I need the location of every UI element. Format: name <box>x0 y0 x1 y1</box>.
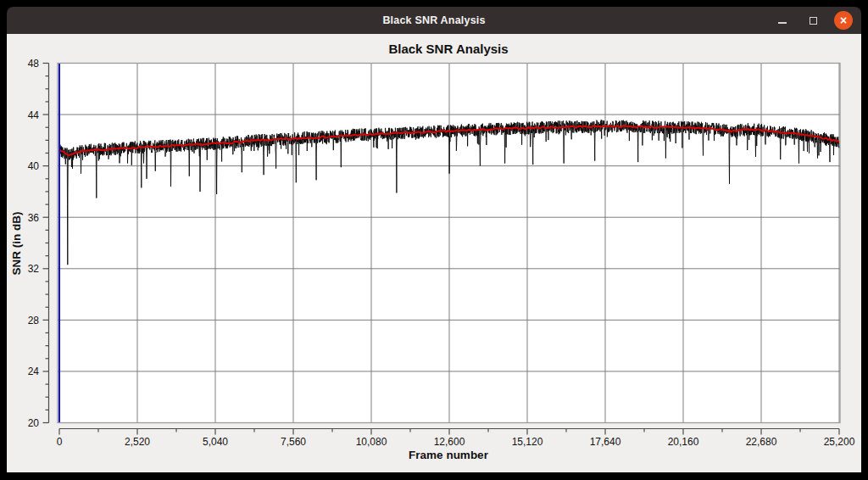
x-tick-label: 5,040 <box>203 436 228 448</box>
app-window: Black SNR Analysis × Black SNR Analysis2… <box>0 0 868 480</box>
figure-canvas: Black SNR Analysis202428323640444802,520… <box>7 34 861 472</box>
plot-area[interactable] <box>58 64 840 423</box>
chart-title: Black SNR Analysis <box>388 42 508 56</box>
x-tick-label: 15,120 <box>512 436 543 448</box>
y-tick-label: 32 <box>28 263 40 275</box>
y-axis-title: SNR (in dB) <box>10 212 23 276</box>
minimize-button[interactable] <box>773 11 792 30</box>
y-tick-label: 24 <box>28 366 40 377</box>
snr-chart: Black SNR Analysis202428323640444802,520… <box>7 34 861 472</box>
x-tick-label: 17,640 <box>590 436 621 448</box>
y-tick-label: 40 <box>28 160 40 172</box>
x-tick-label: 7,560 <box>281 436 306 448</box>
minimize-icon <box>778 22 787 24</box>
y-tick-label: 28 <box>28 315 40 327</box>
x-tick-label: 20,160 <box>668 436 699 448</box>
x-axis-title: Frame number <box>409 449 489 461</box>
x-tick-label: 12,600 <box>434 436 465 448</box>
window-controls: × <box>773 7 853 34</box>
y-tick-label: 44 <box>28 109 40 121</box>
y-tick-label: 20 <box>28 417 40 429</box>
x-tick-label: 25,200 <box>824 436 855 448</box>
y-tick-label: 36 <box>28 212 40 224</box>
maximize-icon <box>810 17 817 25</box>
window-titlebar[interactable]: Black SNR Analysis × <box>7 7 861 34</box>
window-title: Black SNR Analysis <box>382 14 485 26</box>
close-button[interactable]: × <box>834 11 853 30</box>
x-tick-label: 22,680 <box>746 436 777 448</box>
x-tick-label: 0 <box>57 436 63 448</box>
close-icon: × <box>840 14 847 26</box>
maximize-button[interactable] <box>804 11 822 30</box>
y-tick-label: 48 <box>28 58 40 70</box>
x-tick-label: 10,080 <box>356 436 387 448</box>
x-tick-label: 2,520 <box>125 436 150 448</box>
